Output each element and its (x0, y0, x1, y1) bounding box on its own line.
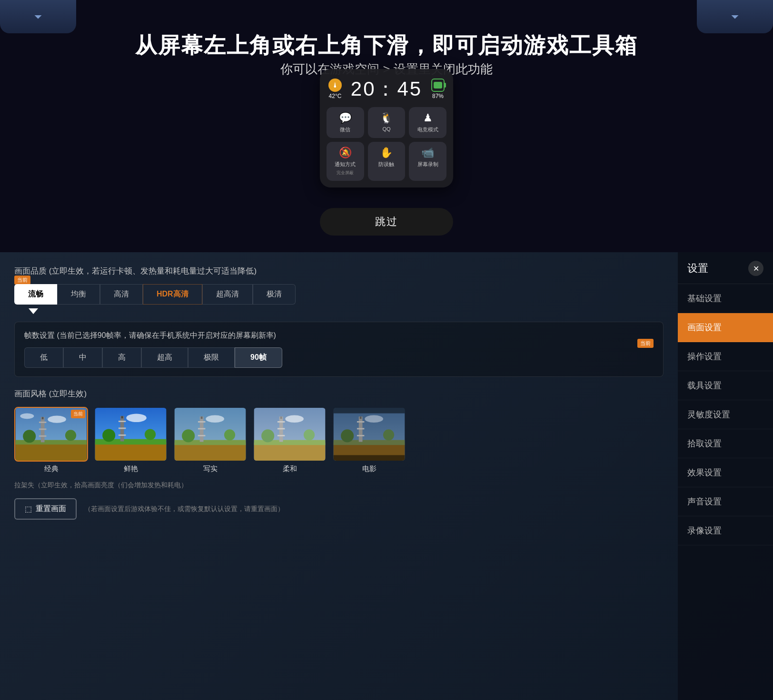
bottom-section: 画面品质 (立即生效，若运行卡顿、发热量和耗电量过大可适当降低) 当前 流畅 均… (0, 252, 773, 700)
fps-tab-ultra[interactable]: 超高 (141, 347, 188, 368)
svg-rect-1 (16, 442, 87, 461)
style-item-soft[interactable]: 柔和 (253, 407, 327, 473)
right-arrow-button[interactable] (697, 0, 773, 33)
style-item-classic[interactable]: 当前 (14, 407, 88, 473)
close-button[interactable]: ✕ (748, 261, 763, 276)
sidebar-item-recording[interactable]: 录像设置 (678, 516, 773, 545)
quality-tab-hd[interactable]: 高清 (100, 284, 143, 305)
svg-rect-6 (39, 428, 46, 430)
svg-rect-18 (119, 428, 126, 429)
reset-label: 重置画面 (36, 504, 66, 514)
widget-item-record[interactable]: 📹 屏幕录制 (409, 142, 446, 181)
fps-tab-high[interactable]: 高 (102, 347, 141, 368)
svg-rect-19 (119, 434, 126, 436)
svg-rect-24 (175, 443, 246, 461)
wechat-icon: 💬 (339, 112, 352, 124)
reset-button[interactable]: ⬚ 重置画面 (14, 498, 77, 520)
svg-rect-16 (121, 416, 123, 418)
quality-tab-smooth[interactable]: 流畅 (14, 284, 57, 305)
sidebar-item-sensitivity[interactable]: 灵敏度设置 (678, 400, 773, 429)
temp-icon: 🌡 (328, 79, 342, 92)
wechat-label: 微信 (340, 126, 350, 133)
style-item-realistic[interactable]: 写实 (173, 407, 247, 473)
svg-point-22 (126, 414, 146, 422)
tab-indicator (29, 308, 38, 314)
svg-rect-38 (280, 416, 282, 419)
sidebar-item-vehicle[interactable]: 载具设置 (678, 371, 773, 400)
style-name-cinema: 电影 (362, 464, 377, 473)
svg-rect-17 (119, 421, 126, 422)
sidebar-item-pickup[interactable]: 拾取设置 (678, 429, 773, 458)
widget-item-notify[interactable]: 🔕 通知方式 完全屏蔽 (327, 142, 364, 181)
style-thumb-vivid (94, 407, 168, 462)
style-label: 画面风格 (立即生效) (14, 388, 664, 399)
temp-label: 42°C (329, 93, 342, 99)
svg-point-8 (23, 430, 36, 443)
svg-point-9 (65, 430, 76, 441)
sidebar-item-basic[interactable]: 基础设置 (678, 284, 773, 313)
widget-item-esport[interactable]: ♟ 电竞模式 (409, 107, 446, 138)
svg-point-11 (20, 414, 34, 419)
toolbar-widget: 🌡 42°C 20：45 87% 💬 微信 🐧 QQ ♟ (320, 69, 453, 187)
notify-sublabel: 完全屏蔽 (337, 170, 354, 176)
svg-point-42 (261, 429, 274, 442)
quality-tab-ultra-hd[interactable]: 超高清 (202, 284, 253, 305)
esport-label: 电竞模式 (417, 126, 438, 133)
widget-item-qq[interactable]: 🐧 QQ (368, 107, 406, 138)
sidebar-item-control[interactable]: 操作设置 (678, 342, 773, 371)
widget-time: 20：45 (351, 76, 422, 102)
svg-rect-51 (357, 428, 364, 429)
svg-rect-49 (360, 416, 362, 419)
svg-point-55 (365, 415, 383, 422)
battery-fill (434, 82, 442, 89)
svg-rect-39 (277, 421, 285, 423)
style-name-classic: 经典 (44, 464, 59, 473)
widget-battery: 87% (431, 79, 445, 99)
svg-point-21 (145, 429, 156, 440)
record-icon: 📹 (421, 147, 434, 159)
chevron-down-icon (30, 8, 47, 25)
widget-item-wechat[interactable]: 💬 微信 (327, 107, 364, 138)
svg-rect-28 (198, 421, 205, 423)
brightness-hint: 拉架失（立即生效，拾高画面亮度（们会增加发热和耗电） (14, 481, 664, 490)
record-label: 屏幕录制 (417, 161, 438, 168)
touch-icon: ✋ (380, 147, 393, 159)
settings-content: 画面品质 (立即生效，若运行卡顿、发热量和耗电量过大可适当降低) 当前 流畅 均… (0, 252, 678, 700)
skip-button[interactable]: 跳过 (320, 208, 453, 236)
sidebar-item-effects[interactable]: 效果设置 (678, 458, 773, 487)
svg-point-20 (102, 429, 115, 442)
svg-point-54 (383, 429, 394, 440)
fps-tab-medium[interactable]: 中 (63, 347, 102, 368)
qq-icon: 🐧 (380, 112, 393, 124)
svg-point-33 (206, 415, 224, 422)
style-thumb-cinema (332, 407, 406, 462)
left-arrow-button[interactable] (0, 0, 76, 33)
quality-tab-extreme-hd[interactable]: 极清 (253, 284, 296, 305)
style-item-vivid[interactable]: 鲜艳 (94, 407, 168, 473)
sidebar-title: 设置 (687, 261, 708, 276)
svg-rect-4 (42, 417, 44, 419)
chevron-down-icon (726, 8, 743, 25)
svg-rect-41 (277, 435, 285, 436)
sidebar-header: 设置 ✕ (678, 252, 773, 284)
style-name-realistic: 写实 (203, 464, 218, 473)
style-name-vivid: 鲜艳 (124, 464, 138, 473)
sidebar-item-screen[interactable]: 画面设置 (678, 313, 773, 342)
fps-tab-low[interactable]: 低 (24, 347, 63, 368)
quality-tab-balanced[interactable]: 均衡 (57, 284, 100, 305)
fps-label: 帧数设置 (当前已选择90帧率，请确保在手机系统中开启对应的屏幕刷新率) (24, 331, 654, 341)
quality-tab-hdr[interactable]: HDR高清 (143, 284, 202, 305)
quality-label: 画面品质 (立即生效，若运行卡顿、发热量和耗电量过大可适当降低) (14, 266, 664, 276)
battery-pct: 87% (432, 93, 444, 99)
svg-rect-5 (39, 422, 46, 423)
style-item-cinema[interactable]: 电影 (332, 407, 406, 473)
fps-tab-extreme[interactable]: 极限 (188, 347, 235, 368)
widget-item-touch[interactable]: ✋ 防误触 (368, 142, 406, 181)
svg-rect-40 (277, 428, 285, 429)
fps-tab-90[interactable]: 90帧 (235, 347, 282, 368)
top-section: 从屏幕左上角或右上角下滑，即可启动游戏工具箱 你可以在游戏空间 > 设置里关闭此… (0, 0, 773, 252)
sidebar-item-sound[interactable]: 声音设置 (678, 487, 773, 516)
svg-rect-50 (357, 421, 364, 423)
widget-header: 🌡 42°C 20：45 87% (327, 76, 446, 102)
svg-rect-13 (95, 442, 167, 461)
